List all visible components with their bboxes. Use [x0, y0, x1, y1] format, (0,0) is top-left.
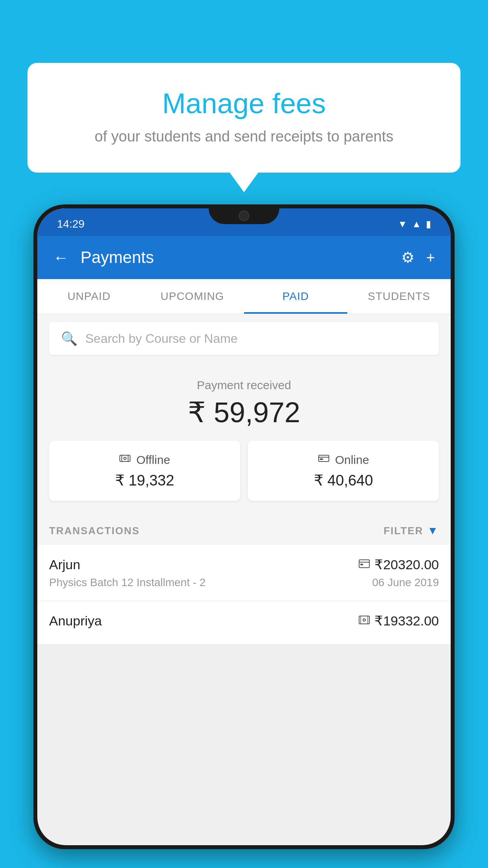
speech-bubble: Manage fees of your students and send re… — [28, 63, 460, 173]
online-amount: ₹ 40,640 — [256, 472, 431, 489]
table-row[interactable]: Arjun ₹20320.00 — [37, 545, 451, 601]
app-bar: ← Payments ⚙ + — [37, 236, 451, 279]
transaction-list: Arjun ₹20320.00 — [37, 545, 451, 645]
payment-label: Payment received — [49, 379, 439, 392]
online-payment-icon — [359, 559, 370, 571]
wifi-icon: ▼ — [398, 219, 407, 230]
payment-cards: Offline ₹ 19,332 — [49, 441, 439, 501]
online-card-header: Online — [256, 452, 431, 467]
svg-rect-0 — [120, 455, 130, 462]
filter-button[interactable]: FILTER ▼ — [383, 524, 439, 537]
transactions-header: TRANSACTIONS FILTER ▼ — [37, 513, 451, 545]
transaction-amount: ₹20320.00 — [374, 557, 439, 572]
app-bar-actions: ⚙ + — [401, 249, 435, 266]
filter-label: FILTER — [383, 525, 423, 537]
svg-rect-7 — [359, 560, 369, 568]
transaction-amount-wrap: ₹20320.00 — [359, 557, 439, 572]
transaction-name: Anupriya — [49, 613, 102, 629]
search-input[interactable]: Search by Course or Name — [85, 331, 238, 346]
online-label: Online — [335, 453, 369, 467]
transaction-amount-wrap: ₹19332.00 — [359, 613, 439, 629]
online-icon — [318, 452, 330, 467]
offline-label: Offline — [136, 453, 170, 467]
speech-bubble-container: Manage fees of your students and send re… — [28, 63, 460, 173]
phone-camera — [238, 210, 250, 221]
phone-frame: 14:29 ▼ ▲ ▮ ← Payments ⚙ + UNPAID — [33, 204, 455, 849]
svg-rect-4 — [319, 455, 329, 462]
search-icon: 🔍 — [61, 331, 77, 346]
back-button[interactable]: ← — [53, 249, 69, 267]
search-container: 🔍 Search by Course or Name — [37, 314, 451, 363]
tabs-container: UNPAID UPCOMING PAID STUDENTS — [37, 279, 451, 314]
phone-container: 14:29 ▼ ▲ ▮ ← Payments ⚙ + UNPAID — [33, 204, 455, 868]
status-time: 14:29 — [57, 218, 84, 230]
transactions-label: TRANSACTIONS — [49, 525, 140, 537]
payment-summary: Payment received ₹ 59,972 — [37, 363, 451, 513]
tab-upcoming[interactable]: UPCOMING — [141, 279, 244, 314]
status-icons: ▼ ▲ ▮ — [398, 219, 431, 230]
tab-students[interactable]: STUDENTS — [347, 279, 451, 314]
transaction-amount: ₹19332.00 — [374, 613, 439, 629]
payment-total-amount: ₹ 59,972 — [49, 396, 439, 429]
offline-icon — [119, 452, 131, 467]
battery-icon: ▮ — [426, 219, 431, 230]
offline-amount: ₹ 19,332 — [57, 472, 232, 489]
svg-point-3 — [124, 457, 126, 460]
tab-paid[interactable]: PAID — [244, 279, 347, 314]
signal-icon: ▲ — [412, 219, 421, 230]
offline-payment-icon — [359, 615, 370, 627]
svg-rect-6 — [320, 458, 323, 460]
table-row[interactable]: Anupriya ₹19332.00 — [37, 601, 451, 645]
add-icon[interactable]: + — [426, 249, 435, 266]
bubble-title: Manage fees — [59, 86, 429, 120]
svg-point-13 — [363, 619, 365, 621]
transaction-date: 06 June 2019 — [372, 576, 439, 589]
transaction-name: Arjun — [49, 557, 80, 572]
online-card: Online ₹ 40,640 — [248, 441, 439, 501]
transaction-course: Physics Batch 12 Installment - 2 — [49, 576, 205, 589]
phone-notch — [209, 204, 279, 224]
search-bar[interactable]: 🔍 Search by Course or Name — [49, 322, 439, 355]
transaction-bottom-row: Physics Batch 12 Installment - 2 06 June… — [49, 576, 439, 589]
bubble-subtitle: of your students and send receipts to pa… — [59, 128, 429, 145]
transaction-top-row: Anupriya ₹19332.00 — [49, 613, 439, 629]
transaction-top-row: Arjun ₹20320.00 — [49, 557, 439, 572]
offline-card: Offline ₹ 19,332 — [49, 441, 240, 501]
page-title: Payments — [81, 248, 389, 267]
offline-card-header: Offline — [57, 452, 232, 467]
filter-icon: ▼ — [427, 524, 439, 537]
tab-unpaid[interactable]: UNPAID — [37, 279, 141, 314]
svg-rect-9 — [360, 564, 363, 565]
phone-screen: 14:29 ▼ ▲ ▮ ← Payments ⚙ + UNPAID — [37, 208, 451, 845]
settings-icon[interactable]: ⚙ — [401, 249, 415, 266]
